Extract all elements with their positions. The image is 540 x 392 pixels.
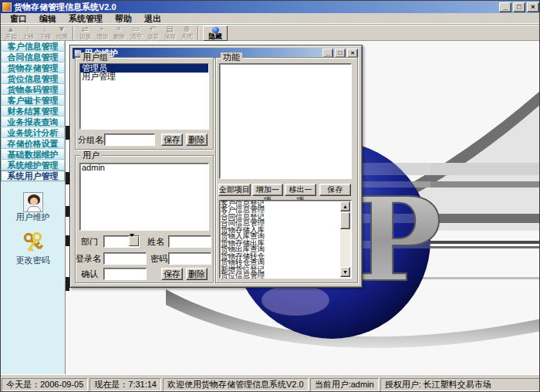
remove-item-button[interactable]: 移出一项 — [285, 184, 316, 196]
group-delete-button[interactable]: 删除 — [186, 133, 208, 146]
login-label: 登录名 — [76, 252, 101, 265]
user-avatar-icon[interactable] — [23, 192, 43, 212]
chevron-down-icon — [130, 234, 134, 248]
status-today: 今天是：2006-09-05 — [2, 378, 88, 391]
status-welcome: 欢迎使用货物存储管理信息系统V2.0 — [163, 378, 309, 391]
toolbar-hide-button[interactable]: 隐藏 — [203, 25, 228, 41]
toolbar-close-button[interactable]: ⊗ 关闭 — [178, 25, 195, 41]
sidebar-item-contract-info[interactable]: 合同信息管理 — [1, 52, 65, 63]
status-bar: 今天是：2006-09-05 现在是：7:31:14 欢迎使用货物存储管理信息系… — [1, 374, 540, 392]
scrollbar-thumb[interactable] — [340, 212, 350, 229]
scroll-up-icon[interactable]: ▲ — [340, 201, 350, 211]
user-list[interactable]: admin — [79, 163, 209, 231]
functions-save-button[interactable]: 保存 — [319, 184, 351, 196]
sidebar-item-magcard[interactable]: 客户磁卡管理 — [1, 95, 65, 106]
keys-icon[interactable] — [22, 231, 45, 255]
user-group-list[interactable]: 管理员 用户管理 — [79, 63, 209, 130]
user-item[interactable]: admin — [80, 164, 208, 172]
menu-system-management[interactable]: 系统管理 — [62, 13, 109, 24]
window-title: 货物存储管理信息系统V2.0 — [14, 2, 498, 13]
user-title: 用户 — [80, 150, 102, 161]
functions-title: 功能 — [221, 52, 242, 63]
confirm-input[interactable] — [103, 268, 147, 280]
toolbar: ▲ 开始 ↑ 上移 ↓ 下移 ▼ 结尾 ⇄ 切换 + 增加 × 删除 ▭ — [1, 24, 540, 41]
department-combobox[interactable] — [103, 235, 140, 248]
mdi-workspace: P 用户维护 _ □ × 用户组 管理员 用户管理 分组名称 保存 删除 — [66, 41, 540, 374]
toolbar-abandon-button[interactable]: ↶ 放弃 — [144, 25, 161, 41]
add-item-button[interactable]: 增加一项 — [252, 184, 283, 196]
title-bar: 货物存储管理信息系统V2.0 _ □ × — [1, 1, 540, 13]
sidebar-item-slot-info[interactable]: 货位信息管理 — [1, 73, 65, 84]
toolbar-save-button[interactable]: ▤ 保存 — [161, 25, 178, 41]
assigned-functions-list[interactable] — [219, 63, 352, 179]
shortcut-user-maintenance[interactable]: 用户维护 — [16, 212, 50, 221]
sidebar: 客户信息管理 合同信息管理 货物存储管理 货位信息管理 货物条码管理 客户磁卡管… — [1, 41, 66, 374]
scroll-down-icon[interactable]: ▼ — [340, 267, 350, 277]
toolbar-delete-button[interactable]: × 删除 — [110, 25, 127, 41]
user-maintenance-dialog: 用户维护 _ □ × 用户组 管理员 用户管理 分组名称 保存 删除 用户 a — [69, 45, 363, 288]
close-button[interactable]: × — [527, 2, 539, 12]
status-now: 现在是：7:31:14 — [89, 378, 161, 391]
vertical-scrollbar[interactable]: ▲ ▼ — [340, 201, 350, 277]
login-input[interactable] — [103, 252, 147, 265]
toolbar-move-down-button[interactable]: ↓ 下移 — [36, 25, 53, 41]
menu-window[interactable]: 窗口 — [4, 13, 33, 24]
sidebar-item-statistics[interactable]: 业务统计分析 — [1, 127, 65, 138]
function-item[interactable]: 货位信息管理 — [220, 272, 351, 279]
logo-letter-p: P — [355, 171, 442, 307]
minimize-button[interactable]: _ — [499, 2, 511, 12]
confirm-label: 确认 — [81, 268, 98, 280]
name-input[interactable] — [168, 235, 211, 248]
user-save-button[interactable]: 保存 — [161, 268, 183, 280]
name-label: 姓名 — [147, 235, 164, 248]
sidebar-item-finance[interactable]: 财务结算管理 — [1, 106, 65, 117]
toolbar-move-up-button[interactable]: ↑ 上移 — [19, 25, 36, 41]
toolbar-clear-button[interactable]: ▭ 清空 — [127, 25, 144, 41]
combo-dropdown-button[interactable] — [129, 236, 139, 246]
available-functions-list[interactable]: 客户信息登记 客户信息管理 合同信息登记 合同信息管理 货物存储入库 货物入库查… — [219, 200, 352, 279]
toolbar-last-button[interactable]: ▼ 结尾 — [53, 25, 70, 41]
sidebar-item-barcode[interactable]: 货物条码管理 — [1, 84, 65, 95]
menu-help[interactable]: 帮助 — [109, 13, 138, 24]
restore-button[interactable]: □ — [513, 2, 525, 12]
department-label: 部门 — [81, 235, 98, 248]
user-delete-button[interactable]: 删除 — [186, 268, 208, 280]
user-group-title: 用户组 — [80, 52, 110, 63]
toolbar-add-button[interactable]: + 增加 — [93, 25, 110, 41]
shortcut-change-password[interactable]: 更改密码 — [16, 255, 50, 265]
sidebar-item-base-data[interactable]: 基础数据维护 — [1, 149, 65, 160]
menu-exit[interactable]: 退出 — [138, 13, 167, 24]
sidebar-item-system-users[interactable]: 系统用户管理 — [1, 171, 65, 181]
toolbar-switch-button[interactable]: ⇄ 切换 — [76, 25, 93, 41]
sidebar-item-system-maintenance[interactable]: 系统维护管理 — [1, 160, 65, 171]
sidebar-item-customer-info[interactable]: 客户信息管理 — [1, 41, 65, 52]
sidebar-item-price-setting[interactable]: 存储价格设置 — [1, 138, 65, 149]
toolbar-separator — [197, 26, 199, 40]
app-icon — [2, 2, 12, 12]
status-licensed-user: 授权用户: 长江塑料交易市场 — [380, 378, 540, 391]
all-items-button[interactable]: 全部项目 — [218, 184, 251, 196]
toolbar-first-button[interactable]: ▲ 开始 — [2, 25, 19, 41]
sidebar-item-cargo-storage[interactable]: 货物存储管理 — [1, 63, 65, 73]
user-group-item[interactable]: 用户管理 — [80, 73, 208, 81]
sidebar-shortcut-panel: 用户维护 更改密码 — [1, 181, 65, 265]
sidebar-item-reports[interactable]: 业务报表查询 — [1, 117, 65, 127]
password-input[interactable] — [168, 252, 211, 265]
menu-edit[interactable]: 编辑 — [33, 13, 62, 24]
group-save-button[interactable]: 保存 — [161, 133, 183, 146]
menu-bar: 窗口 编辑 系统管理 帮助 退出 — [1, 13, 540, 24]
group-name-input[interactable] — [104, 133, 155, 146]
password-label: 密码 — [150, 252, 167, 265]
toolbar-separator — [73, 26, 74, 40]
application-window: 货物存储管理信息系统V2.0 _ □ × 窗口 编辑 系统管理 帮助 退出 ▲ … — [0, 0, 540, 392]
status-current-user: 当前用户:admin — [310, 378, 379, 391]
